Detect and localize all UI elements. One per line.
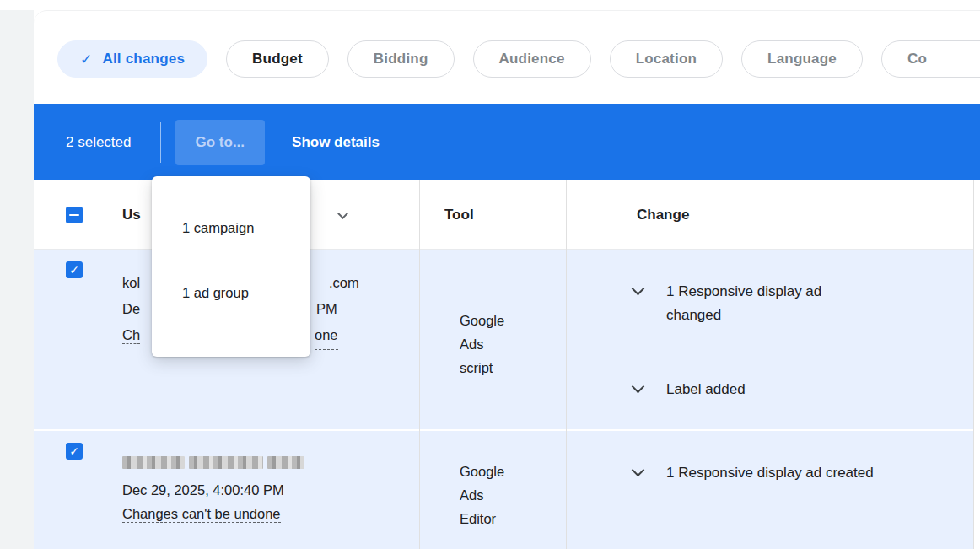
check-icon: ✓ (69, 263, 79, 277)
row-checkbox[interactable]: ✓ (66, 443, 83, 460)
tool-name: Google Ads Editor (460, 460, 520, 530)
filter-chip-audience[interactable]: Audience (473, 40, 591, 78)
change-history-panel: ✓ All changes Budget Bidding Audience Lo… (34, 10, 980, 549)
chevron-down-icon (631, 380, 644, 394)
row-checkbox-cell: ✓ (34, 431, 110, 549)
header-tool-cell: Tool (419, 180, 566, 249)
menu-item-campaign[interactable]: 1 campaign (152, 210, 310, 246)
chip-label: Language (767, 51, 837, 67)
select-all-checkbox[interactable] (66, 207, 83, 223)
check-icon: ✓ (69, 444, 79, 458)
chevron-down-icon (631, 464, 644, 477)
change-label: Label added (666, 378, 746, 401)
filter-chip-language[interactable]: Language (741, 40, 863, 78)
filter-chips-row: ✓ All changes Budget Bidding Audience Lo… (34, 40, 980, 78)
column-header-change[interactable]: Change (637, 207, 689, 223)
change-expander[interactable]: 1 Responsive display ad changed (628, 280, 974, 327)
go-to-button[interactable]: Go to... (175, 120, 266, 165)
header-change-cell: Change (566, 180, 974, 249)
column-header-tool[interactable]: Tool (444, 207, 474, 223)
menu-item-ad-group[interactable]: 1 ad group (152, 275, 310, 311)
column-header-user[interactable]: Us (122, 207, 141, 223)
change-label: 1 Responsive display ad created (666, 461, 874, 485)
column-divider (973, 180, 974, 549)
tool-cell: Google Ads script (419, 250, 566, 429)
tool-cell: Google Ads Editor (419, 431, 566, 549)
chip-label: Bidding (374, 51, 428, 67)
redacted-email (122, 456, 419, 469)
change-expander[interactable]: 1 Responsive display ad created (628, 461, 974, 485)
change-label: 1 Responsive display ad changed (666, 280, 860, 327)
chevron-down-icon (631, 283, 644, 296)
chip-label: Audience (499, 51, 565, 67)
chip-label: All changes (102, 51, 185, 67)
filter-chip-budget[interactable]: Budget (226, 40, 329, 78)
filter-chip-bidding[interactable]: Bidding (347, 40, 455, 78)
column-divider (419, 180, 420, 549)
row-checkbox[interactable]: ✓ (66, 261, 83, 278)
change-expander[interactable]: Label added (628, 378, 974, 401)
check-icon: ✓ (80, 51, 92, 68)
show-details-button[interactable]: Show details (282, 120, 390, 165)
change-cell: 1 Responsive display ad created (566, 431, 974, 549)
left-gutter (0, 10, 34, 549)
change-cell: 1 Responsive display ad changed Label ad… (566, 250, 974, 429)
row-checkbox-cell: ✓ (34, 250, 110, 429)
table-row: ✓ Dec 29, 2025, 4:00:40 PM Changes can't… (34, 431, 974, 549)
chip-label: Budget (252, 51, 303, 67)
filter-chip-location[interactable]: Location (610, 40, 723, 78)
header-checkbox-cell (34, 180, 110, 249)
filter-chip-conversion[interactable]: Co (881, 40, 980, 78)
indeterminate-mark-icon (69, 214, 79, 217)
go-to-menu: 1 campaign 1 ad group (152, 176, 310, 357)
chip-label: Co (907, 51, 927, 67)
chevron-down-icon[interactable] (337, 208, 348, 219)
tool-name: Google Ads script (460, 309, 520, 379)
selected-count: 2 selected (66, 134, 132, 151)
filter-chip-all-changes[interactable]: ✓ All changes (57, 40, 207, 78)
column-divider (566, 180, 567, 549)
selection-toolbar: 2 selected Go to... Show details (34, 104, 980, 180)
change-history-screen: ✓ All changes Budget Bidding Audience Lo… (0, 0, 980, 549)
change-date: Dec 29, 2025, 4:00:40 PM (122, 478, 419, 502)
undo-note: Changes can't be undone (122, 502, 419, 525)
user-cell: Dec 29, 2025, 4:00:40 PM Changes can't b… (110, 431, 419, 549)
divider (160, 122, 161, 163)
chip-label: Location (636, 51, 697, 67)
